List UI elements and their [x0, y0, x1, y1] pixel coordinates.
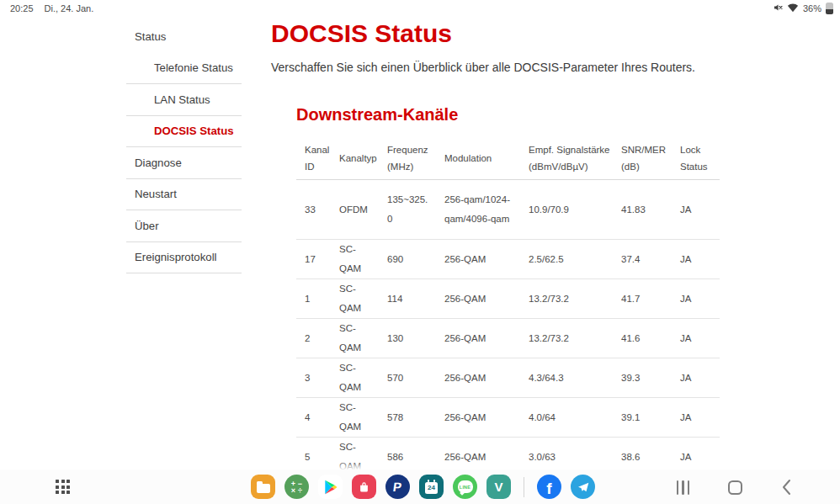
- table-cell: 256-QAM: [444, 289, 529, 309]
- table-cell: 4.0/64: [529, 408, 621, 427]
- table-cell: SC-QAM: [339, 398, 387, 437]
- table-cell: 256-QAM: [444, 250, 529, 269]
- table-cell: 3.0/63: [529, 448, 621, 467]
- table-cell: 256-QAM: [444, 329, 529, 348]
- telegram-app-icon[interactable]: [571, 475, 595, 499]
- table-cell: JA: [680, 369, 720, 388]
- table-cell: SC-QAM: [339, 240, 387, 279]
- sidebar-item-label: Neustart: [135, 188, 177, 200]
- table-cell: 13.2/73.2: [529, 329, 621, 348]
- sidebar-item-ueber[interactable]: Über: [126, 210, 242, 242]
- table-cell: 37.4: [621, 250, 680, 269]
- table-row: 33OFDM135~325.0256-qam/1024-qam/4096-qam…: [296, 180, 720, 240]
- folder-icon: [257, 484, 270, 493]
- calculator-app-icon[interactable]: +− ×÷: [284, 475, 309, 499]
- battery-icon: [826, 3, 833, 14]
- sidebar-item-diagnose[interactable]: Diagnose: [126, 147, 242, 179]
- dock: +− ×÷ P: [251, 475, 595, 499]
- table-header-row: KanalIDKanaltypFrequenz(MHz)ModulationEm…: [296, 136, 720, 180]
- paypal-letter: P: [392, 480, 402, 494]
- table-cell: 4: [305, 408, 339, 427]
- calculator-glyphs: +− ×÷: [290, 480, 304, 494]
- table-cell: 13.2/73.2: [529, 289, 621, 309]
- table-cell: JA: [680, 250, 720, 269]
- table-cell: 39.3: [621, 369, 680, 388]
- sidebar-item-label: Ereignisprotokoll: [135, 251, 217, 263]
- sidebar-item-label: Telefonie Status: [154, 61, 233, 74]
- table-cell: 41.7: [621, 289, 680, 309]
- home-button[interactable]: [728, 480, 742, 495]
- table-cell: 17: [305, 250, 339, 269]
- table-cell: SC-QAM: [339, 319, 387, 358]
- page-title: DOCSIS Status: [271, 19, 742, 49]
- vinted-letter: V: [494, 480, 502, 494]
- table-cell: 33: [305, 200, 339, 220]
- column-header-lock-status: LockStatus: [680, 145, 720, 172]
- table-cell: 3: [305, 369, 339, 388]
- table-cell: 690: [387, 250, 444, 269]
- play-triangle-icon: [322, 479, 339, 496]
- table-cell: 5: [305, 448, 339, 467]
- page-subtitle: Verschaffen Sie sich einen Überblick übe…: [271, 61, 742, 75]
- sidebar-item-neustart[interactable]: Neustart: [126, 179, 242, 211]
- date: Di., 24. Jan.: [45, 3, 94, 13]
- navigation-bar: [677, 479, 792, 496]
- sidebar-item-docsis-status[interactable]: DOCSIS Status: [126, 116, 242, 148]
- shopping-bag-app-icon[interactable]: [352, 475, 376, 499]
- sidebar-item-label: DOCSIS Status: [154, 125, 234, 137]
- column-header-kanaltyp: Kanaltyp: [339, 153, 387, 163]
- table-cell: 114: [387, 289, 444, 309]
- table-row: 1SC-QAM114256-QAM13.2/73.241.7JA: [296, 279, 720, 319]
- facebook-app-icon[interactable]: f: [537, 475, 561, 499]
- chevron-left-icon: [781, 479, 791, 496]
- bag-icon: [358, 480, 370, 493]
- table-body: 33OFDM135~325.0256-qam/1024-qam/4096-qam…: [296, 180, 720, 504]
- table-cell: 570: [387, 369, 444, 388]
- taskbar: +− ×÷ P: [0, 470, 840, 504]
- calendar-glyph: 24: [425, 482, 438, 494]
- sidebar: StatusTelefonie StatusLAN StatusDOCSIS S…: [126, 21, 242, 273]
- sidebar-item-label: Diagnose: [135, 157, 182, 169]
- mute-icon: [773, 3, 783, 14]
- docsis-downstream-table: KanalIDKanaltypFrequenz(MHz)ModulationEm…: [296, 136, 720, 504]
- table-cell: 256-QAM: [444, 448, 529, 467]
- wifi-icon: [787, 3, 799, 14]
- recents-button[interactable]: [677, 480, 690, 495]
- vinted-app-icon[interactable]: V: [486, 475, 511, 499]
- column-header-snr-mer: SNR/MER(dB): [621, 145, 680, 172]
- facebook-letter: f: [546, 480, 551, 498]
- table-cell: 2: [305, 329, 339, 348]
- my-files-app-icon[interactable]: [251, 475, 275, 499]
- back-button[interactable]: [781, 479, 791, 496]
- table-row: 4SC-QAM578256-QAM4.0/6439.1JA: [296, 398, 720, 438]
- table-cell: 578: [387, 408, 444, 427]
- line-app-icon[interactable]: LINE: [453, 475, 477, 499]
- table-cell: JA: [680, 200, 720, 220]
- table-cell: 130: [387, 329, 444, 348]
- column-header-kanal-id: KanalID: [305, 145, 339, 172]
- column-header-frequenz: Frequenz(MHz): [387, 145, 444, 172]
- table-cell: 41.83: [621, 200, 680, 220]
- paypal-app-icon[interactable]: P: [385, 475, 410, 499]
- table-cell: 256-qam/1024-qam/4096-qam: [444, 190, 529, 229]
- sidebar-item-status[interactable]: Status: [126, 21, 242, 53]
- sidebar-item-label: Status: [135, 30, 166, 43]
- status-bar: 20:25 Di., 24. Jan. 36%: [0, 0, 840, 15]
- sidebar-item-ereignisprotokoll[interactable]: Ereignisprotokoll: [126, 242, 242, 274]
- table-row: 3SC-QAM570256-QAM4.3/64.339.3JA: [296, 358, 720, 398]
- table-cell: JA: [680, 329, 720, 348]
- sidebar-item-telefonie-status[interactable]: Telefonie Status: [126, 53, 242, 85]
- table-row: 17SC-QAM690256-QAM2.5/62.537.4JA: [296, 240, 720, 279]
- column-header-modulation: Modulation: [444, 153, 529, 163]
- table-cell: JA: [680, 448, 720, 467]
- app-drawer-button[interactable]: [56, 480, 70, 494]
- sidebar-item-label: LAN Status: [154, 93, 210, 106]
- battery-percent: 36%: [803, 3, 821, 13]
- table-cell: 39.1: [621, 408, 680, 427]
- google-play-app-icon[interactable]: [318, 475, 343, 499]
- sidebar-item-label: Über: [135, 220, 159, 232]
- calendar-24-app-icon[interactable]: 24: [419, 475, 444, 499]
- sidebar-item-lan-status[interactable]: LAN Status: [126, 84, 242, 116]
- table-cell: 38.6: [621, 448, 680, 467]
- table-cell: 1: [305, 289, 339, 309]
